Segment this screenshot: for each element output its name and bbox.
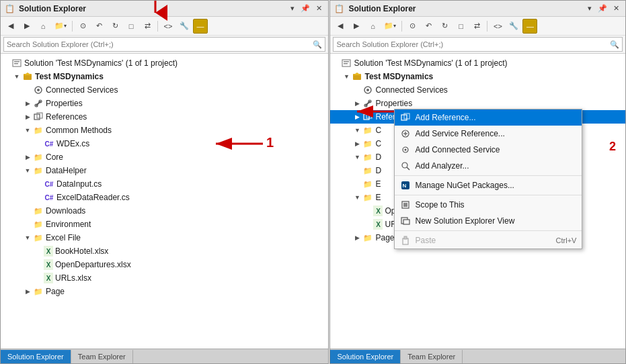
tree-item-environment[interactable]: ▶ 📁 Environment <box>1 218 328 231</box>
tree-item-downloads[interactable]: ▶ 📁 Downloads <box>1 204 328 218</box>
right-tree-item-properties[interactable]: ▶ Properties <box>330 97 625 110</box>
left-tab-solution-explorer[interactable]: Solution Explorer <box>1 350 71 363</box>
svg-rect-19 <box>344 63 348 64</box>
search-icon: 🔍 <box>313 40 322 49</box>
menu-item-manage-nuget[interactable]: N Manage NuGet Packages... <box>395 177 582 193</box>
datahelper-expander[interactable]: ▼ <box>22 165 33 176</box>
left-toolbar: ◀ ▶ ⌂ 📁▾ ⊙ ↶ ↻ □ ⇄ <> 🔧 — <box>1 17 328 36</box>
tree-item-opendepartures-left[interactable]: ▶ X OpenDepartures.xlsx <box>1 258 328 271</box>
right-tree-item-connected[interactable]: ▶ Connected Services <box>330 83 625 97</box>
undo-button[interactable]: ↶ <box>91 19 106 34</box>
right-search-box[interactable]: 🔍 <box>333 37 623 52</box>
right-excelfile-expander[interactable]: ▼ <box>352 192 362 203</box>
folder-dropdown-button[interactable]: 📁▾ <box>52 19 69 34</box>
menu-item-add-analyzer[interactable]: Add Analyzer... <box>395 158 582 174</box>
left-tree-view[interactable]: Solution 'Test MSDynamics' (1 of 1 proje… <box>1 54 328 349</box>
project-expander[interactable]: ▼ <box>11 71 22 82</box>
core-expander[interactable]: ▶ <box>22 152 33 163</box>
right-pin-toolbar-button[interactable]: — <box>522 19 537 34</box>
tree-item-datainput[interactable]: ▶ C# DataInput.cs <box>1 177 328 191</box>
left-search-input[interactable] <box>7 40 313 48</box>
references-expander[interactable]: ▶ <box>22 111 33 122</box>
datainput-label: DataInput.cs <box>56 179 102 189</box>
right-properties-expander[interactable]: ▶ <box>352 98 362 109</box>
close-icon[interactable]: ✕ <box>314 3 324 13</box>
tree-item-solution[interactable]: Solution 'Test MSDynamics' (1 of 1 proje… <box>1 56 328 70</box>
history-button[interactable]: ⊙ <box>75 19 90 34</box>
common-expander[interactable]: ▼ <box>22 125 33 136</box>
pin-icon[interactable]: 📌 <box>299 3 312 13</box>
menu-item-add-connected-service[interactable]: Add Connected Service <box>395 142 582 158</box>
right-tree-item-solution[interactable]: Solution 'Test MSDynamics' (1 of 1 proje… <box>330 56 625 70</box>
forward-button[interactable]: ▶ <box>19 19 34 34</box>
right-page-expander[interactable]: ▶ <box>352 232 362 243</box>
tree-item-bookhotel[interactable]: ▶ X BookHotel.xlsx <box>1 244 328 258</box>
page-expander[interactable]: ▶ <box>22 286 33 297</box>
menu-item-scope-to-this[interactable]: Scope to This <box>395 197 582 213</box>
tree-item-urls-left[interactable]: ▶ X URLs.xlsx <box>1 271 328 285</box>
right-datahelper-expander[interactable]: ▼ <box>352 152 362 163</box>
tree-item-properties[interactable]: ▶ Properties <box>1 97 328 110</box>
right-refresh-button[interactable]: ↻ <box>437 19 452 34</box>
scope-to-this-label: Scope to This <box>415 200 576 210</box>
menu-item-add-reference[interactable]: Add Reference... <box>395 109 582 126</box>
collapse-button[interactable]: □ <box>124 19 139 34</box>
tree-item-common[interactable]: ▼ 📁 Common Methods <box>1 124 328 137</box>
back-button[interactable]: ◀ <box>3 19 18 34</box>
right-tab-team-explorer[interactable]: Team Explorer <box>401 350 463 363</box>
right-collapse-button[interactable]: □ <box>453 19 468 34</box>
right-forward-button[interactable]: ▶ <box>349 19 364 34</box>
tree-item-datahelper[interactable]: ▼ 📁 DataHelper <box>1 164 328 177</box>
right-tab-solution-explorer[interactable]: Solution Explorer <box>330 350 401 363</box>
right-page-label: Page <box>375 233 394 242</box>
menu-item-new-se-view[interactable]: New Solution Explorer View <box>395 213 582 229</box>
refresh-button[interactable]: ↻ <box>108 19 122 34</box>
svg-text:N: N <box>403 183 407 189</box>
excelfile-expander[interactable]: ▼ <box>22 232 33 243</box>
right-undo-button[interactable]: ↶ <box>421 19 436 34</box>
right-core-expander[interactable]: ▶ <box>352 138 362 149</box>
right-down-arrow-icon[interactable]: ▾ <box>586 3 594 13</box>
right-common-expander[interactable]: ▼ <box>352 125 362 136</box>
tree-item-connected[interactable]: ▶ Connected Services <box>1 83 328 97</box>
paste-shortcut: Ctrl+V <box>556 236 577 244</box>
left-tab-team-explorer[interactable]: Team Explorer <box>71 350 133 363</box>
right-folder-dropdown-button[interactable]: 📁▾ <box>381 19 399 34</box>
left-search-box[interactable]: 🔍 <box>3 37 325 52</box>
tree-item-excelfile[interactable]: ▼ 📁 Excel File <box>1 231 328 244</box>
tree-item-exceldatareader[interactable]: ▶ C# ExcelDataReader.cs <box>1 191 328 204</box>
tools-button[interactable]: 🔧 <box>177 19 192 34</box>
left-search-container: 🔍 <box>1 36 328 54</box>
right-references-expander[interactable]: ▶ <box>352 111 362 122</box>
right-sync-button[interactable]: ⇄ <box>469 19 484 34</box>
down-arrow-icon[interactable]: ▾ <box>288 3 297 13</box>
right-tools-button[interactable]: 🔧 <box>506 19 521 34</box>
common-folder-icon: 📁 <box>33 125 44 136</box>
add-reference-icon <box>400 112 411 123</box>
right-tree-view[interactable]: Solution 'Test MSDynamics' (1 of 1 proje… <box>330 54 625 349</box>
right-history-button[interactable]: ⊙ <box>405 19 420 34</box>
properties-expander[interactable]: ▶ <box>22 98 33 109</box>
right-tree-item-project[interactable]: ▼ Test MSDynamics <box>330 70 625 83</box>
bookhotel-icon: X <box>44 246 53 257</box>
right-back-button[interactable]: ◀ <box>333 19 348 34</box>
tree-item-core[interactable]: ▶ 📁 Core <box>1 150 328 164</box>
menu-item-paste[interactable]: Paste Ctrl+V <box>395 232 582 248</box>
add-analyzer-icon <box>400 161 411 171</box>
right-pin-icon[interactable]: 📌 <box>596 3 609 13</box>
tree-item-references[interactable]: ▶ References <box>1 110 328 124</box>
right-project-expander[interactable]: ▼ <box>341 71 352 82</box>
right-code-button[interactable]: <> <box>490 19 505 34</box>
right-search-icon: 🔍 <box>610 40 619 49</box>
code-button[interactable]: <> <box>161 19 175 34</box>
tree-item-wdex[interactable]: ▶ C# WDEx.cs <box>1 137 328 150</box>
right-close-icon[interactable]: ✕ <box>611 3 621 13</box>
home-button[interactable]: ⌂ <box>36 19 50 34</box>
pin-toolbar-button[interactable]: — <box>193 19 208 34</box>
tree-item-project[interactable]: ▼ Test MSDynamics <box>1 70 328 83</box>
menu-item-add-service-reference[interactable]: Add Service Reference... <box>395 126 582 142</box>
tree-item-page[interactable]: ▶ 📁 Page <box>1 285 328 298</box>
right-search-input[interactable] <box>336 40 610 48</box>
right-home-button[interactable]: ⌂ <box>365 19 380 34</box>
sync-button[interactable]: ⇄ <box>140 19 155 34</box>
